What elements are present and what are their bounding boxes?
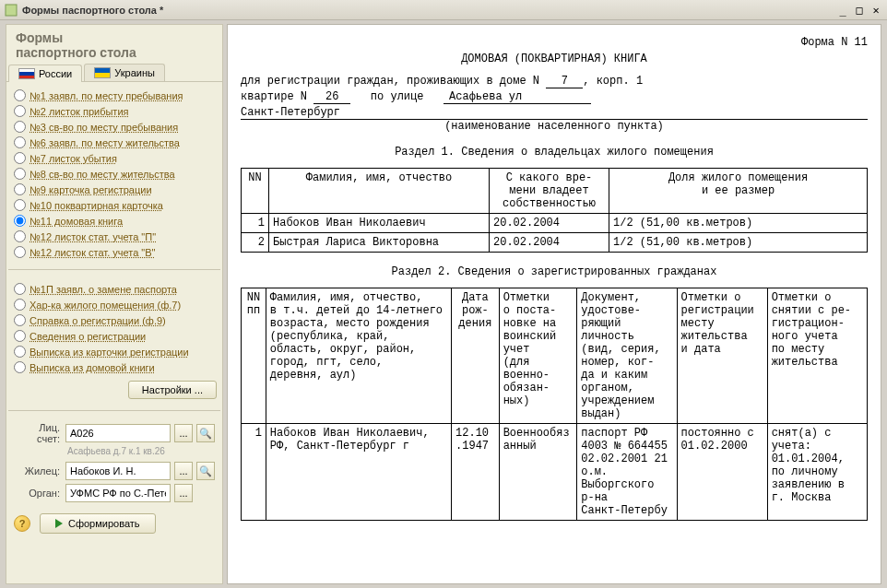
form-radio-f1[interactable]: №1 заявл. по месту пребывания: [14, 88, 217, 103]
resident-browse-button[interactable]: ...: [174, 462, 193, 480]
radio-input[interactable]: [14, 89, 26, 101]
radio-input[interactable]: [14, 136, 26, 148]
radio-input[interactable]: [14, 346, 26, 358]
tab-russia[interactable]: России: [8, 65, 82, 82]
organ-input[interactable]: [65, 484, 171, 502]
cell-n: 1: [242, 424, 266, 521]
form-radio-g5[interactable]: Выписка из карточки регистрации: [14, 344, 217, 359]
tab-russia-label: России: [39, 68, 72, 79]
cell-fio: Быстрая Лариса Викторовна: [269, 233, 490, 253]
cell-date: 20.02.2004: [490, 214, 609, 233]
resident-label: Жилец:: [14, 465, 62, 476]
t1-h-nn: NN: [242, 169, 269, 214]
account-input[interactable]: [65, 424, 171, 442]
cell-n: 2: [242, 233, 269, 253]
city-hint: (наименование населенного пункта): [241, 120, 868, 133]
lookup-fields: Лиц. счет: ... 🔍 Асафьева д.7 к.1 кв.26 …: [6, 417, 222, 508]
form-radio-g6[interactable]: Выписка из домовой книги: [14, 359, 217, 375]
cell-date: 20.02.2004: [490, 233, 609, 253]
radio-label: Хар-ка жилого помещения (ф.7): [30, 300, 181, 311]
account-browse-button[interactable]: ...: [174, 424, 193, 442]
radio-label: Сведения о регистрации: [30, 331, 146, 342]
radio-input[interactable]: [14, 283, 26, 295]
form-radio-f8[interactable]: №8 св-во по месту жительства: [14, 166, 217, 182]
cell-doc: паспорт РФ 4003 № 664455 02.02.2001 21 о…: [577, 424, 677, 521]
radio-label: №8 св-во по месту жительства: [30, 169, 175, 180]
form-radio-g1[interactable]: №1П заявл. о замене паспорта: [14, 281, 217, 297]
form-radio-g2[interactable]: Хар-ка жилого помещения (ф.7): [14, 297, 217, 312]
generate-button[interactable]: Сформировать: [40, 513, 156, 534]
form-list-secondary: №1П заявл. о замене паспортаХар-ка жилог…: [6, 276, 222, 379]
radio-label: №2 листок прибытия: [30, 106, 129, 117]
svg-rect-0: [6, 5, 17, 16]
t2-h-reg: Отметки о регистрации месту жительства и…: [677, 288, 767, 424]
flag-ua-icon: [94, 67, 111, 78]
organ-browse-button[interactable]: ...: [174, 484, 193, 502]
table-row: 2Быстрая Лариса Викторовна20.02.20041/2 …: [242, 233, 868, 253]
radio-input[interactable]: [14, 246, 26, 258]
play-icon: [55, 519, 63, 528]
city-line: Санкт-Петербург: [241, 106, 868, 120]
form-radio-f11[interactable]: №11 домовая книга: [14, 213, 217, 229]
close-button[interactable]: ✕: [869, 4, 883, 17]
flat-line: квартире N 26 по улице Асафьева ул: [241, 90, 868, 104]
form-radio-f12b[interactable]: №12 листок стат. учета "В": [14, 244, 217, 260]
radio-input[interactable]: [14, 215, 26, 227]
radio-label: №12 листок стат. учета "П": [30, 231, 156, 242]
registration-line: для регистрации граждан, проживающих в д…: [241, 75, 868, 88]
form-radio-g4[interactable]: Сведения о регистрации: [14, 328, 217, 344]
radio-input[interactable]: [14, 199, 26, 211]
cell-share: 1/2 (51,00 кв.метров): [609, 214, 868, 233]
form-radio-g3[interactable]: Справка о регистрации (ф.9): [14, 312, 217, 328]
document-title: ДОМОВАЯ (ПОКВАРТИРНАЯ) КНИГА: [241, 53, 868, 65]
radio-input[interactable]: [14, 152, 26, 164]
settings-button[interactable]: Настройки ...: [128, 381, 217, 399]
form-radio-f2[interactable]: №2 листок прибытия: [14, 103, 217, 119]
form-radio-f10[interactable]: №10 поквартирная карточка: [14, 197, 217, 213]
radio-input[interactable]: [14, 314, 26, 326]
form-number: Форма N 11: [241, 36, 868, 49]
table-row: 1Набоков Иван Николаевич, РФ, Санкт-Пете…: [242, 424, 868, 521]
minimize-button[interactable]: _: [835, 4, 850, 17]
t2-h-birth: Дата рож- дения: [452, 288, 500, 424]
t2-h-fio: Фамилия, имя, отчество, в т.ч. детей до …: [266, 288, 451, 424]
organ-label: Орган:: [14, 488, 62, 499]
maximize-button[interactable]: □: [852, 4, 867, 17]
radio-input[interactable]: [14, 183, 26, 195]
form-radio-f3[interactable]: №3 св-во по месту пребывания: [14, 119, 217, 135]
t2-h-mil: Отметки о поста- новке на воинский учет …: [499, 288, 577, 424]
table-row: 1Набоков Иван Николаевич20.02.20041/2 (5…: [242, 214, 868, 233]
radio-input[interactable]: [14, 168, 26, 180]
radio-input[interactable]: [14, 105, 26, 117]
help-button[interactable]: ?: [14, 515, 30, 532]
document-pane: Форма N 11 ДОМОВАЯ (ПОКВАРТИРНАЯ) КНИГА …: [227, 24, 881, 584]
app-icon: [4, 3, 18, 18]
radio-input[interactable]: [14, 121, 26, 133]
account-search-button[interactable]: 🔍: [196, 424, 215, 442]
form-radio-f12[interactable]: №12 листок стат. учета "П": [14, 229, 217, 244]
radio-input[interactable]: [14, 230, 26, 242]
tab-ukraine[interactable]: Украины: [84, 64, 165, 81]
resident-input[interactable]: [65, 462, 171, 480]
form-radio-f9[interactable]: №9 карточка регистрации: [14, 182, 217, 197]
radio-label: №12 листок стат. учета "В": [30, 247, 156, 258]
radio-input[interactable]: [14, 330, 26, 342]
divider: [8, 410, 220, 411]
cell-birth: 12.10 .1947: [452, 424, 500, 521]
radio-input[interactable]: [14, 361, 26, 373]
form-radio-f7[interactable]: №7 листок убытия: [14, 150, 217, 166]
owners-table: NN Фамилия, имя, отчество С какого вре- …: [241, 168, 868, 253]
radio-label: №3 св-во по месту пребывания: [30, 122, 178, 133]
radio-label: №10 поквартирная карточка: [30, 200, 163, 211]
form-radio-f6[interactable]: №6 заявл. по месту жительства: [14, 135, 217, 150]
resident-search-button[interactable]: 🔍: [196, 462, 215, 480]
radio-input[interactable]: [14, 299, 26, 311]
cell-n: 1: [242, 214, 269, 233]
account-hint: Асафьева д.7 к.1 кв.26: [65, 446, 215, 456]
t2-h-doc: Документ, удостове- ряющий личность (вид…: [577, 288, 677, 424]
divider: [8, 269, 220, 270]
cell-mil: Военнообяз анный: [499, 424, 577, 521]
residents-table: NN пп Фамилия, имя, отчество, в т.ч. дет…: [241, 288, 868, 521]
account-label: Лиц. счет:: [14, 422, 62, 444]
cell-dereg: снят(а) с учета: 01.01.2004, по личному …: [767, 424, 867, 521]
